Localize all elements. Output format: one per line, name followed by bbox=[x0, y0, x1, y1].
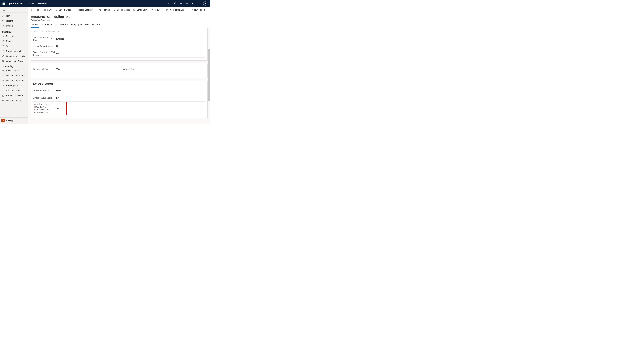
field-default-radius-value[interactable]: Default Radius Value 20 bbox=[33, 94, 205, 102]
lightbulb-icon[interactable] bbox=[174, 2, 177, 5]
person-icon bbox=[2, 45, 4, 47]
home-icon bbox=[2, 15, 4, 17]
svg-point-25 bbox=[2, 57, 3, 57]
tab-geo-data[interactable]: Geo Data bbox=[42, 23, 52, 28]
form-body[interactable]: Refresh Interval Seconds 30 Auto Update … bbox=[28, 28, 210, 124]
flow-button[interactable]: Flow⌄ bbox=[150, 7, 164, 13]
nav-pinned[interactable]: Pinned ⌄ bbox=[0, 23, 28, 28]
field-map-api-key[interactable]: Map Api Key --- bbox=[123, 65, 206, 73]
field-connect-to-maps[interactable]: Connect to Maps Yes bbox=[33, 65, 116, 73]
field-value: Yes bbox=[56, 68, 116, 70]
person-icon bbox=[2, 40, 4, 42]
cmd-label: Email a Link bbox=[137, 9, 148, 11]
nav-label: Requirement Statuses bbox=[6, 79, 26, 82]
field-include-outlook-freebusy[interactable]: Include Outlook Free/Busy in Search Reso… bbox=[33, 102, 67, 115]
nav-skills[interactable]: Skills bbox=[0, 44, 28, 49]
nav-label: Fulfillment Preferences bbox=[6, 89, 26, 92]
nav-org-units[interactable]: Organizational Units bbox=[0, 54, 28, 59]
nav-booking-statuses[interactable]: Booking Statuses bbox=[0, 83, 28, 88]
field-default-radius-unit[interactable]: Default Radius Unit Miles bbox=[33, 87, 205, 94]
tab-rso[interactable]: Resource Scheduling Optimization bbox=[55, 23, 89, 28]
nav-label: Work Hours Templates bbox=[6, 60, 26, 62]
nav-label: Organizational Units bbox=[6, 55, 26, 57]
settings-tile-icon: S bbox=[1, 119, 5, 122]
field-label: Refresh Interval Seconds bbox=[33, 29, 56, 33]
save-button[interactable]: Save bbox=[42, 7, 54, 13]
nav-label: Recent bbox=[6, 20, 23, 22]
nav-group-scheduling: Scheduling bbox=[0, 64, 28, 68]
back-button[interactable] bbox=[28, 7, 34, 13]
nav-req-priorities[interactable]: Requirement Priorities bbox=[0, 73, 28, 78]
chevron-down-icon: ⌄ bbox=[161, 9, 162, 11]
svg-point-44 bbox=[76, 10, 76, 10]
cmd-label: Check Access bbox=[117, 9, 130, 11]
field-label: Default Radius Unit bbox=[33, 88, 56, 93]
cmd-label: Health Diagnostics bbox=[78, 9, 96, 11]
field-disable-sanitizing[interactable]: Disable Sanitizing HTML Templates No bbox=[33, 50, 205, 57]
nav-home[interactable]: Home bbox=[0, 13, 28, 18]
nav-administration[interactable]: Administration bbox=[0, 68, 28, 73]
route-icon bbox=[2, 89, 4, 92]
word-icon bbox=[166, 9, 168, 11]
field-value: --- bbox=[146, 68, 206, 70]
list-icon bbox=[2, 99, 4, 102]
popout-icon bbox=[37, 9, 39, 11]
field-include-appointments[interactable]: Include Appointments No bbox=[33, 43, 205, 50]
nav-label: Skills bbox=[6, 45, 26, 47]
health-button[interactable]: Health Diagnostics bbox=[73, 7, 97, 13]
app-launcher-icon[interactable] bbox=[1, 1, 6, 6]
nav-req-group[interactable]: Requirement Group … bbox=[0, 98, 28, 103]
nav-collapse-toggle[interactable] bbox=[0, 7, 28, 13]
svg-point-3 bbox=[2, 3, 3, 4]
tab-related[interactable]: Related bbox=[92, 23, 100, 28]
gear-icon bbox=[2, 70, 4, 72]
svg-line-21 bbox=[4, 37, 4, 37]
field-refresh-interval[interactable]: Refresh Interval Seconds 30 bbox=[33, 28, 205, 35]
svg-point-39 bbox=[2, 101, 3, 101]
area-switcher[interactable]: S Settings ⇅ bbox=[0, 117, 28, 124]
nav-label: Booking Statuses bbox=[6, 84, 26, 87]
nav-req-statuses[interactable]: Requirement Statuses bbox=[0, 78, 28, 83]
page-title: Resource Scheduling bbox=[31, 15, 64, 19]
save-close-icon bbox=[55, 9, 58, 11]
help-icon[interactable] bbox=[197, 2, 200, 5]
nav-proficiency[interactable]: Proficiency Models bbox=[0, 49, 28, 54]
nav-fulfillment[interactable]: Fulfillment Preferences bbox=[0, 88, 28, 93]
run-report-button[interactable]: Run Report⌄ bbox=[189, 7, 210, 13]
nav-roles[interactable]: Roles bbox=[0, 39, 28, 44]
nav-business-closures[interactable]: Business Closures bbox=[0, 93, 28, 98]
nav-resources[interactable]: Resources bbox=[0, 34, 28, 39]
email-link-button[interactable]: Email a Link bbox=[131, 7, 150, 13]
svg-rect-42 bbox=[44, 9, 45, 10]
word-templates-button[interactable]: Word Templates⌄ bbox=[164, 7, 189, 13]
check-access-button[interactable]: Check Access bbox=[112, 7, 132, 13]
chevron-down-icon: ⌄ bbox=[24, 20, 26, 22]
save-close-button[interactable]: Save & Close bbox=[54, 7, 73, 13]
add-icon[interactable] bbox=[180, 2, 183, 5]
nav-label: Requirement Priorities bbox=[6, 74, 26, 77]
health-icon bbox=[75, 9, 77, 11]
area-switcher-label: Settings bbox=[6, 119, 23, 122]
nav-label: Resources bbox=[6, 35, 26, 37]
tab-general[interactable]: General bbox=[31, 23, 39, 28]
scrollbar-thumb[interactable] bbox=[209, 49, 210, 101]
open-new-window-button[interactable] bbox=[35, 7, 41, 13]
refresh-button[interactable]: Refresh bbox=[97, 7, 112, 13]
chevron-down-icon: ⌄ bbox=[186, 9, 187, 11]
filter-icon[interactable] bbox=[185, 2, 188, 5]
nav-recent[interactable]: Recent ⌄ bbox=[0, 18, 28, 23]
nav-label: Requirement Group … bbox=[6, 99, 26, 102]
search-icon[interactable] bbox=[168, 2, 171, 5]
save-state-label: - Saved bbox=[65, 16, 72, 18]
left-nav: Home Recent ⌄ Pinned ⌄ Resource Resource… bbox=[0, 7, 28, 124]
entity-subtitle: Scheduling Parameter bbox=[31, 19, 207, 21]
nav-label: Pinned bbox=[6, 25, 23, 27]
avatar[interactable]: RS bbox=[203, 1, 207, 6]
nav-label: Business Closures bbox=[6, 94, 26, 97]
field-auto-update-travel[interactable]: Auto Update Booking Travel Enabled bbox=[33, 35, 205, 43]
nav-work-hours[interactable]: Work Hours Templates bbox=[0, 59, 28, 64]
save-icon bbox=[43, 9, 46, 11]
svg-point-29 bbox=[3, 70, 3, 71]
svg-point-30 bbox=[2, 80, 3, 81]
gear-icon[interactable] bbox=[191, 2, 194, 5]
